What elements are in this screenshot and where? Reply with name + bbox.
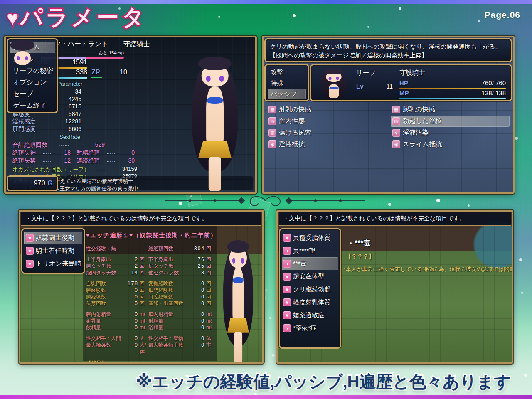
- unit-level-row: Lv 11: [356, 83, 393, 90]
- incomplete-note: ・文中に【？？？】と記載されているのは情報が不完全な項目です。: [279, 212, 511, 226]
- trait-item[interactable]: ♥軽度射乳体質: [282, 296, 338, 309]
- trait-item[interactable]: ♥超安産体型: [282, 270, 338, 283]
- stat-label: 膣内射精量: [86, 311, 126, 318]
- character-class: 守護騎士: [123, 40, 150, 49]
- tab-trion-era[interactable]: ♥トリオン来島時: [24, 257, 82, 270]
- heart-icon: ♥: [7, 7, 19, 29]
- stat-value: 0: [122, 149, 135, 157]
- stat-value: 2: [126, 263, 138, 269]
- command-passive[interactable]: パッシブ: [268, 89, 306, 99]
- stat-unit: mℓ: [138, 311, 148, 318]
- stat-label: 連続絶頂: [76, 157, 106, 165]
- mp-label: MP: [399, 89, 409, 96]
- passive-icon: ♥: [392, 129, 400, 137]
- passive-description-line: クリの勃起が収まらない状態。股間への攻撃に弱くなり、淫核の開発速度も上がる。: [270, 42, 507, 51]
- stat-unit: 人/体: [138, 342, 148, 355]
- battle-status-window: リーフ 守護騎士 Lv 11 HP 760/ 760 MP 138/ 138: [310, 64, 512, 101]
- passive-label: 膣内性感: [279, 117, 305, 126]
- stat-label: 最大輪姦数: [86, 342, 126, 355]
- stat-value: 2: [126, 256, 138, 263]
- trait-item[interactable]: ♥異種受胎体質: [282, 232, 338, 244]
- parameter-header-label: Parameter: [57, 81, 83, 87]
- stat-value: 0: [190, 318, 205, 324]
- passive-item[interactable]: ▨膣内性感: [267, 116, 386, 127]
- stat-label: 飲精量: [86, 324, 126, 331]
- stat-value: 0: [190, 335, 205, 342]
- stat-value: 0: [190, 287, 205, 293]
- stat-value: 30: [122, 157, 135, 165]
- partial-heart-icon: ♥: [283, 324, 291, 332]
- stat-value: 0: [126, 293, 138, 300]
- unit-mp-row: MP 138/ 138: [399, 89, 506, 96]
- stat-unit: mℓ: [205, 324, 216, 331]
- menu-item-secret[interactable]: リーフの秘密: [10, 65, 55, 76]
- menu-item-options[interactable]: オプション: [10, 76, 55, 88]
- stat-label: 下半身露出: [148, 256, 190, 263]
- zp-value: 10: [120, 69, 127, 76]
- passive-item-selected[interactable]: ▨勃起した淫核: [391, 116, 510, 127]
- incomplete-note: ・文中に【？？？】と記載されているのは情報が不完全な項目です。: [21, 212, 261, 226]
- param-value: 12281: [65, 118, 81, 126]
- passive-label: 淫液汚染: [403, 128, 429, 137]
- trait-item[interactable]: ♥媚薬過敏症: [282, 309, 338, 322]
- trait-label: ***毒: [293, 260, 307, 268]
- stat-unit: 回: [205, 293, 216, 300]
- sexrate-total-value: 629: [81, 141, 105, 149]
- stat-unit: 回: [205, 269, 216, 276]
- gold-unit: G: [48, 180, 53, 187]
- stat-value: 14: [126, 269, 138, 276]
- stat-unit: mℓ: [138, 324, 148, 331]
- trait-label: クリ継続勃起: [293, 286, 331, 293]
- stat-label: 肛門経験数: [148, 287, 190, 293]
- stat-value: 178: [126, 280, 138, 287]
- tab-knight-era[interactable]: ♥騎士着任時期: [24, 244, 82, 257]
- stat-value: 25: [190, 263, 205, 269]
- trait-item[interactable]: ♥異****望: [282, 244, 338, 257]
- passive-item[interactable]: ▦射乳の快感: [267, 104, 386, 115]
- character-bust-art: [317, 66, 350, 99]
- stat-label: 性交相手：人間: [86, 335, 126, 342]
- footer-banner: ※エッチの経験値,パッシブ,H遍歴と色々あります: [121, 370, 526, 393]
- tab-slave-fighter-era[interactable]: ♥奴隷闘士後期: [24, 232, 82, 244]
- passive-item[interactable]: ▦膨乳の快感: [391, 104, 510, 115]
- passive-label: 淫液抵抗: [279, 140, 305, 149]
- page-title-text: パラメータ: [20, 5, 147, 30]
- menu-item-save[interactable]: セーブ: [10, 88, 55, 100]
- command-attack[interactable]: 攻撃: [268, 67, 306, 78]
- trait-item-selected[interactable]: ♥***毒: [282, 257, 338, 270]
- stat-value: 0: [126, 342, 138, 355]
- heart-icon: ♥: [283, 286, 291, 293]
- stat-unit: 回: [138, 269, 148, 276]
- passive-item[interactable]: ♥淫液汚染: [391, 127, 510, 138]
- stat-value: 18: [58, 149, 71, 157]
- passive-item[interactable]: ◉淫液抵抗: [267, 139, 386, 150]
- stat-value: 0: [190, 300, 205, 307]
- stat-label: 射精絶頂: [76, 149, 106, 157]
- tab-label: トリオン来島時: [36, 259, 81, 268]
- dots: ……: [106, 149, 122, 157]
- param-value: 5847: [69, 111, 81, 118]
- tab-label: 騎士着任時期: [36, 246, 74, 255]
- command-special[interactable]: 特殊: [268, 78, 306, 89]
- stat-unit: 回: [205, 287, 216, 293]
- unit-name: リーフ: [356, 69, 376, 77]
- traits-panel: ・文中に【？？？】と記載されているのは情報が不完全な項目です。 ♥異種受胎体質 …: [276, 210, 513, 364]
- stat-label: 性交相手：魔物: [148, 335, 190, 342]
- stat-label: 射精量: [148, 318, 190, 324]
- trait-item[interactable]: ♥クリ継続勃起: [282, 283, 338, 296]
- exp-to-next: あと 154exp: [98, 50, 124, 56]
- trait-item[interactable]: ♥*薬依*症: [282, 322, 338, 335]
- stat-label: 浴精量: [148, 324, 190, 331]
- stat-unit: 回: [138, 287, 148, 293]
- mp-value: 138/ 138: [482, 89, 506, 96]
- stat-unit: 回: [138, 300, 148, 307]
- menu-item-quit[interactable]: ゲーム終了: [10, 100, 55, 111]
- stat-label: 産卵・出産回数: [148, 300, 190, 307]
- passive-item[interactable]: ▧蕩ける尻穴: [267, 127, 386, 138]
- stat-unit: 人: [138, 335, 148, 342]
- stat-row: 失禁回数0回産卵・出産回数0回: [86, 300, 216, 307]
- passive-item[interactable]: ◉スライム抵抗: [391, 139, 510, 150]
- stat-label: 尻タッチ数: [148, 263, 190, 269]
- passive-icon: ▨: [268, 117, 276, 125]
- passive-icon: ◉: [268, 140, 276, 148]
